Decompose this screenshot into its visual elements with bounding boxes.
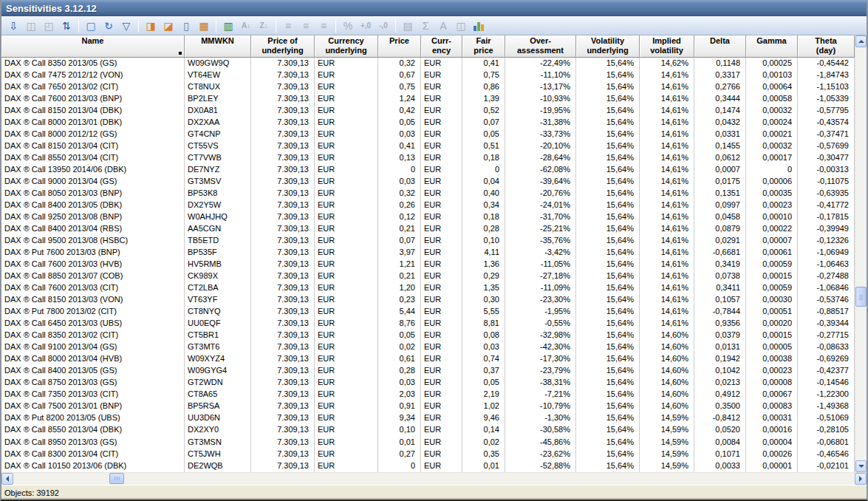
- table-row[interactable]: DAX ® Call 9000 2013/04 (GS)GT3MSV7.309,…: [1, 176, 855, 188]
- column-header-label: Curr- ency: [431, 36, 451, 55]
- new-window-icon[interactable]: ▢: [83, 18, 99, 33]
- table-row[interactable]: DAX ® Call 7350 2013/03 (CIT)CT8A657.309…: [1, 389, 855, 401]
- scroll-left-button[interactable]: [1, 473, 13, 485]
- table-row[interactable]: DAX ® Call 8350 2013/02 (CIT)CT5BR17.309…: [1, 330, 855, 341]
- cell-overassessment: -11,10%: [505, 69, 576, 81]
- fit-height-icon[interactable]: ⇅: [58, 18, 75, 33]
- column-filter-icon[interactable]: ▥: [220, 18, 236, 33]
- column-header-currency[interactable]: Curr- ency: [421, 35, 462, 58]
- cell-delta: 0,0997: [694, 200, 746, 211]
- title-bar[interactable]: Sensitivities 3.12.12: [1, 0, 867, 16]
- table-row[interactable]: DAX ® Call 8150 2013/04 (CIT)CT55VS7.309…: [1, 140, 855, 152]
- table-row[interactable]: DAX ® Call 6450 2013/03 (UBS)UU0EQF7.309…: [1, 318, 855, 330]
- table-row[interactable]: DAX ® Call 8550 2013/04 (CIT)CT7VWB7.309…: [1, 152, 855, 164]
- table-row[interactable]: DAX ® Call 13950 2014/06 (DBK)DE7NYZ7.30…: [1, 164, 855, 176]
- cell-theta_day: -0,69269: [798, 353, 855, 365]
- cell-implied_volatility: 14,60%: [640, 365, 694, 377]
- column-header-price_underlying[interactable]: Price of underlying: [251, 35, 315, 58]
- export-icon[interactable]: ⇩: [5, 18, 21, 33]
- column-header-volatility_underlying[interactable]: Volatility underlying: [576, 35, 640, 58]
- cell-currency_underlying: EUR: [315, 353, 378, 365]
- cell-price_underlying: 7.309,13: [251, 152, 315, 164]
- vertical-scroll-thumb[interactable]: [855, 287, 867, 307]
- table-row[interactable]: DAX ® Call 8400 2013/05 (GS)W09GYG47.309…: [1, 365, 855, 377]
- table-row[interactable]: DAX ® Call 8850 2013/07 (COB)CK989X7.309…: [1, 270, 855, 282]
- scroll-down-button[interactable]: [855, 460, 867, 472]
- cell-price_underlying: 7.309,13: [251, 306, 315, 318]
- cell-name: DAX ® Call 9000 2013/04 (GS): [1, 176, 185, 188]
- cell-theta_day: -0,06801: [798, 437, 855, 449]
- column-header-price[interactable]: Price: [378, 35, 421, 58]
- cell-mmwkn: GT3MSN: [185, 437, 251, 449]
- cell-currency_underlying: EUR: [315, 365, 378, 377]
- fill-values-icon[interactable]: ▦: [196, 18, 212, 33]
- table-row[interactable]: DAX ® Put 8200 2013/05 (UBS)UU3D6N7.309,…: [1, 412, 855, 424]
- table-row[interactable]: DAX ® Call 7500 2013/01 (BNP)BP5RSA7.309…: [1, 401, 855, 412]
- table-row[interactable]: DAX ® Call 8950 2013/03 (GS)GT3MSN7.309,…: [1, 437, 855, 449]
- column-header-currency_underlying[interactable]: Currency underlying: [315, 35, 378, 58]
- table-row[interactable]: DAX ® Call 8400 2013/05 (DBK)DX2Y5W7.309…: [1, 200, 855, 211]
- set-value-down-icon[interactable]: ◪: [160, 18, 177, 33]
- table-row[interactable]: DAX ® Call 8350 2013/05 (GS)W09GW9Q7.309…: [1, 58, 855, 69]
- table-row[interactable]: DAX ® Call 7600 2013/03 (CIT)CT2LBA7.309…: [1, 282, 855, 294]
- refresh-icon[interactable]: ↻: [100, 18, 117, 33]
- cell-mmwkn: GT2WDN: [185, 377, 251, 389]
- table-row[interactable]: DAX ® Call 9250 2013/08 (BNP)W0AHJHQ7.30…: [1, 211, 855, 223]
- column-header-implied_volatility[interactable]: Implied volatility: [640, 35, 694, 58]
- cell-price: 1,24: [378, 93, 421, 105]
- vertical-scroll-track[interactable]: [855, 47, 867, 460]
- cell-price: 0,03: [378, 129, 421, 140]
- cell-delta: 0,0458: [694, 211, 746, 223]
- chart-icon[interactable]: [471, 18, 487, 33]
- table-row[interactable]: DAX ® Put 7600 2013/03 (BNP)BP535F7.309,…: [1, 247, 855, 259]
- table-row[interactable]: DAX ® Call 8400 2013/04 (RBS)AA5CGN7.309…: [1, 223, 855, 235]
- cell-currency_underlying: EUR: [315, 282, 378, 294]
- scroll-up-button[interactable]: [855, 35, 867, 47]
- table-row[interactable]: DAX ® Call 8000 2013/04 (HVB)W09XYZ47.30…: [1, 353, 855, 365]
- cell-price: 0,75: [378, 81, 421, 93]
- column-header-name[interactable]: Name: [1, 35, 185, 58]
- filter-settings-icon[interactable]: ▽: [118, 18, 134, 33]
- percent-format-icon: %: [340, 18, 356, 33]
- table-row[interactable]: DAX ® Call 8150 2013/03 (VON)VT63YF7.309…: [1, 294, 855, 306]
- column-header-fair_price[interactable]: Fair price: [462, 35, 505, 58]
- column-header-theta_day[interactable]: Theta (day): [798, 35, 855, 58]
- cell-price_underlying: 7.309,13: [251, 105, 315, 117]
- table-row[interactable]: DAX ® Put 7800 2013/02 (CIT)CT8NYQ7.309,…: [1, 306, 855, 318]
- horizontal-scroll-thumb[interactable]: [109, 473, 124, 484]
- cell-name: DAX ® Call 8000 2012/12 (GS): [1, 129, 185, 140]
- table-row[interactable]: DAX ® Call 8150 2013/04 (DBK)DX0A817.309…: [1, 105, 855, 117]
- cell-theta_day: -1,84743: [798, 69, 855, 81]
- cell-mmwkn: UU3D6N: [185, 412, 251, 424]
- table-row[interactable]: DAX ® Call 7650 2013/02 (CIT)CT8NUX7.309…: [1, 81, 855, 93]
- horizontal-scroll-track[interactable]: [13, 473, 855, 485]
- table-row[interactable]: DAX ® Call 9500 2013/08 (HSBC)TB5ETD7.30…: [1, 235, 855, 247]
- table-row[interactable]: DAX ® Call 8000 2012/12 (GS)GT4CNP7.309,…: [1, 129, 855, 140]
- cell-implied_volatility: 14,59%: [640, 460, 694, 472]
- column-header-delta[interactable]: Delta: [694, 35, 746, 58]
- horizontal-scrollbar[interactable]: [1, 472, 867, 485]
- table-row[interactable]: DAX ® Call 8000 2013/01 (DBK)DX2XAA7.309…: [1, 117, 855, 129]
- table-row[interactable]: DAX ® Call 7600 2013/03 (BNP)BP2LEY7.309…: [1, 93, 855, 105]
- table-row[interactable]: DAX ® Call 8750 2013/03 (GS)GT2WDN7.309,…: [1, 377, 855, 389]
- vertical-scrollbar[interactable]: [855, 35, 867, 472]
- clear-value-icon[interactable]: ▯: [178, 18, 194, 33]
- cell-overassessment: -28,64%: [505, 152, 576, 164]
- table-row[interactable]: DAX ® Call 8550 2013/04 (DBK)DX2XY07.309…: [1, 424, 855, 436]
- cell-delta: 0,1057: [694, 294, 746, 306]
- column-header-mmwkn[interactable]: MMWKN: [185, 35, 251, 58]
- scroll-right-button[interactable]: [855, 473, 867, 485]
- column-header-gamma[interactable]: Gamma: [746, 35, 798, 58]
- cell-price_underlying: 7.309,13: [251, 270, 315, 282]
- table-row[interactable]: DAX ® Call 8300 2013/04 (CIT)CT5JWH7.309…: [1, 449, 855, 460]
- table-row[interactable]: DAX ® Call 9100 2013/04 (GS)GT3MT67.309,…: [1, 341, 855, 353]
- table-row[interactable]: DAX ® Call 7475 2012/12 (VON)VT64EW7.309…: [1, 69, 855, 81]
- table-row[interactable]: DAX ® Call 10150 2013/06 (DBK)DE2WQB7.30…: [1, 460, 855, 472]
- column-header-overassessment[interactable]: Over- assessment: [505, 35, 576, 58]
- cell-volatility_underlying: 15,64%: [576, 129, 640, 140]
- table-row[interactable]: DAX ® Call 8050 2013/03 (BNP)BP53K87.309…: [1, 188, 855, 200]
- cell-gamma: 0,00031: [746, 412, 798, 424]
- set-value-right-icon[interactable]: ◨: [143, 18, 159, 33]
- table-row[interactable]: DAX ® Call 7600 2013/03 (HVB)HV5RMB7.309…: [1, 259, 855, 270]
- cell-gamma: 0,00061: [746, 247, 798, 259]
